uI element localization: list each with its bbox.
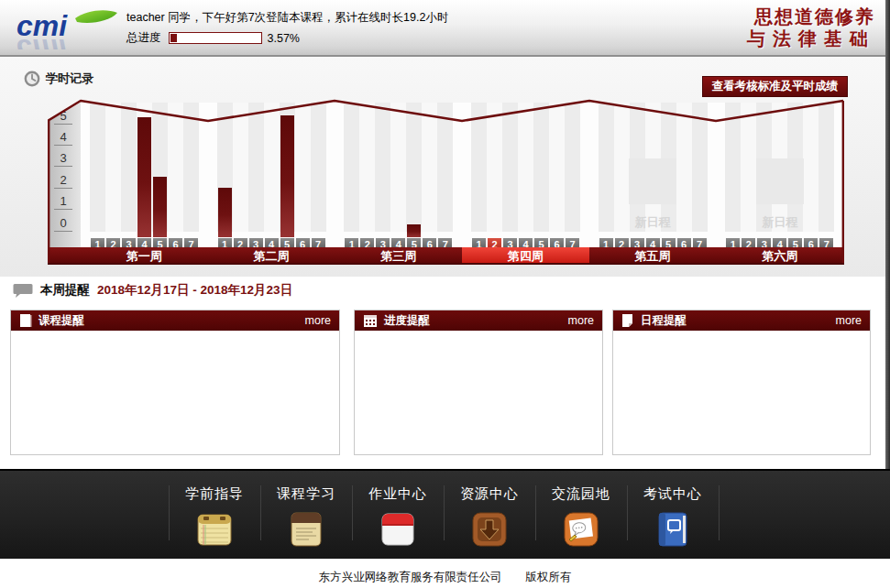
nav-item-label: 交流园地	[535, 485, 627, 503]
nav-item-4[interactable]: 资源中心	[444, 485, 535, 554]
week-group: 1234567	[462, 103, 589, 247]
nav-divider	[719, 485, 720, 540]
day-column	[725, 103, 741, 232]
day-column	[359, 103, 375, 232]
page-icon	[19, 313, 32, 328]
nav-item-5[interactable]: 交流园地	[535, 485, 627, 554]
new-schedule-placeholder[interactable]	[629, 158, 676, 204]
course-reminder-header: 课程提醒 more	[11, 310, 339, 331]
day-column	[406, 103, 422, 232]
course-title: 思想道德修养 与法律基础	[747, 5, 875, 49]
bottom-nav: 学前指导课程学习作业中心资源中心交流园地考试中心	[0, 469, 890, 559]
course-reminder-more-link[interactable]: more	[305, 314, 331, 327]
day-column	[819, 103, 834, 232]
panel-title: 进度提醒	[384, 313, 430, 329]
page-header: cmi cmi teacher 同学，下午好第7次登陆本课程，累计在线时长19.…	[0, 0, 890, 57]
day-column	[183, 103, 199, 232]
view-scores-button[interactable]: 查看考核标准及平时成绩	[702, 76, 849, 97]
nav-item-6[interactable]: 考试中心	[627, 485, 719, 554]
clock-icon	[24, 71, 40, 87]
day-column	[233, 103, 248, 232]
footer-company: 东方兴业网络教育服务有限责任公司	[319, 571, 502, 583]
cmi-logo[interactable]: cmi cmi	[15, 7, 123, 49]
day-column	[264, 103, 280, 232]
exam-book-icon	[652, 508, 694, 550]
day-column	[422, 103, 437, 232]
week-label-1[interactable]: 第一周	[81, 247, 208, 265]
new-schedule-label: 新日程	[716, 214, 843, 231]
logo-reflection: cmi	[16, 33, 68, 49]
study-hours-bar	[137, 117, 151, 237]
panel-title: 日程提醒	[641, 313, 687, 329]
day-column	[471, 103, 487, 232]
weekly-reminder-dates: 2018年12月17日 - 2018年12月23日	[97, 282, 292, 299]
nav-item-2[interactable]: 课程学习	[260, 485, 352, 554]
nav-item-3[interactable]: 作业中心	[352, 485, 444, 554]
y-axis-tick: 1	[54, 193, 72, 210]
week-label-2[interactable]: 第二周	[208, 247, 335, 265]
progress-label: 总进度	[126, 30, 161, 46]
weekly-reminder-section: 本周提醒 2018年12月17日 - 2018年12月23日 课程提醒 more	[0, 277, 890, 469]
week-label-5[interactable]: 第五周	[589, 247, 717, 265]
nav-item-label: 学前指导	[169, 485, 260, 503]
day-column	[168, 103, 183, 232]
day-column	[502, 103, 518, 232]
day-column	[437, 103, 453, 232]
notebook-icon	[285, 508, 327, 550]
chat-note-icon	[560, 508, 602, 550]
progress-percent: 3.57%	[268, 32, 300, 45]
week-label-4[interactable]: 第四周	[462, 247, 589, 265]
progress-bar	[169, 32, 262, 44]
day-column	[375, 103, 390, 232]
course-reminder-panel: 课程提醒 more	[10, 310, 340, 455]
study-record-header: 学时记录	[24, 71, 93, 87]
download-icon	[468, 508, 511, 550]
chart-week-band: 第一周第二周第三周第四周第五周第六周	[48, 247, 844, 265]
week-label-3[interactable]: 第三周	[335, 247, 462, 265]
day-column	[614, 103, 630, 232]
study-hours-bar	[407, 224, 421, 237]
page-right-edge	[885, 0, 890, 469]
calendar-icon	[377, 508, 419, 550]
day-column	[105, 103, 121, 232]
week-label-6[interactable]: 第六周	[716, 247, 843, 265]
day-column	[518, 103, 533, 232]
greeting-text: teacher 同学，下午好第7次登陆本课程，累计在线时长19.2小时	[126, 10, 448, 26]
nav-item-label: 资源中心	[444, 485, 535, 503]
logo-swoosh	[75, 10, 117, 23]
nav-item-1[interactable]: 学前指导	[169, 485, 260, 554]
week-group: 1234567	[81, 103, 208, 247]
panel-title: 课程提醒	[38, 313, 84, 329]
nav-item-label: 考试中心	[627, 485, 719, 503]
nav-item-label: 课程学习	[260, 485, 352, 503]
chart-plot: 12345671234567123456712345671234567新日程12…	[81, 103, 843, 247]
day-column	[565, 103, 580, 232]
study-hours-bar	[153, 177, 167, 237]
chart-y-axis: 543210	[48, 103, 81, 247]
week-group: 1234567新日程	[716, 103, 843, 247]
day-column	[692, 103, 708, 232]
note-icon	[621, 313, 634, 328]
notepad-icon	[193, 508, 236, 550]
day-column	[311, 103, 326, 232]
day-column	[741, 103, 756, 232]
y-axis-tick: 2	[54, 172, 72, 189]
study-record-section: 学时记录 查看考核标准及平时成绩 543210 1234567123456712…	[0, 57, 890, 277]
course-title-line2: 与法律基础	[747, 27, 875, 49]
day-column	[390, 103, 406, 232]
schedule-reminder-header: 日程提醒 more	[613, 310, 870, 331]
new-schedule-placeholder[interactable]	[756, 158, 804, 204]
y-axis-tick: 4	[54, 129, 72, 146]
section-title: 学时记录	[46, 71, 93, 87]
day-column	[344, 103, 359, 232]
day-column	[295, 103, 311, 232]
week-group: 1234567	[208, 103, 335, 247]
day-column	[676, 103, 692, 232]
day-column	[121, 103, 137, 232]
weekly-reminder-title: 本周提醒	[40, 282, 90, 299]
progress-reminder-more-link[interactable]: more	[568, 314, 594, 327]
week-group: 1234567新日程	[589, 103, 717, 247]
day-column	[533, 103, 549, 232]
study-hours-chart: 543210 123456712345671234567123456712345…	[48, 97, 844, 265]
schedule-reminder-more-link[interactable]: more	[836, 314, 862, 327]
